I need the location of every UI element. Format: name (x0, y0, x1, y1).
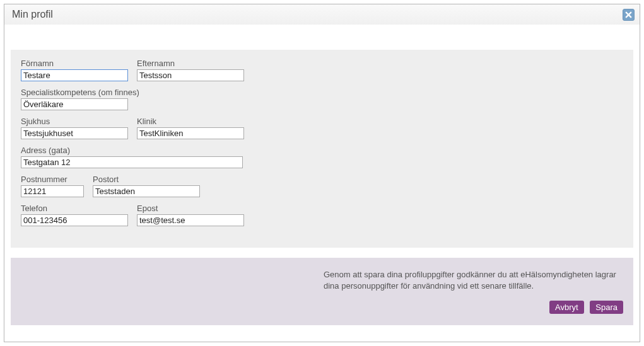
postnr-field: Postnummer (21, 175, 84, 197)
save-button[interactable]: Spara (590, 301, 623, 314)
postort-label: Postort (93, 175, 200, 184)
profile-dialog: Min profil Förnamn Efternamn (4, 4, 640, 342)
top-bar (11, 31, 633, 45)
specialist-field: Specialistkompetens (om finnes) (21, 88, 139, 110)
klinik-label: Klinik (137, 117, 244, 126)
consent-text: Genom att spara dina profiluppgifter god… (324, 269, 623, 292)
postort-input[interactable] (93, 185, 200, 197)
postnr-label: Postnummer (21, 175, 84, 184)
epost-input[interactable] (137, 214, 244, 226)
close-button[interactable] (623, 9, 635, 21)
close-icon (625, 11, 632, 18)
fornamn-label: Förnamn (21, 59, 128, 68)
dialog-title: Min profil (12, 9, 53, 20)
form-area: Förnamn Efternamn Specialistkompetens (o… (11, 50, 633, 248)
epost-field: Epost (137, 204, 244, 226)
telefon-input[interactable] (21, 214, 128, 226)
efternamn-input[interactable] (137, 69, 244, 81)
sjukhus-label: Sjukhus (21, 117, 128, 126)
postnr-input[interactable] (21, 185, 84, 197)
sjukhus-field: Sjukhus (21, 117, 128, 139)
telefon-field: Telefon (21, 204, 128, 226)
klinik-input[interactable] (137, 127, 244, 139)
telefon-label: Telefon (21, 204, 128, 213)
postort-field: Postort (93, 175, 200, 197)
button-row: Avbryt Spara (21, 301, 623, 314)
adress-field: Adress (gata) (21, 146, 243, 168)
dialog-header: Min profil (4, 4, 640, 25)
efternamn-field: Efternamn (137, 59, 244, 81)
cancel-button[interactable]: Avbryt (549, 301, 584, 314)
sjukhus-input[interactable] (21, 127, 128, 139)
klinik-field: Klinik (137, 117, 244, 139)
fornamn-field: Förnamn (21, 59, 128, 81)
fornamn-input[interactable] (21, 69, 128, 81)
epost-label: Epost (137, 204, 244, 213)
specialist-input[interactable] (21, 98, 128, 110)
adress-input[interactable] (21, 156, 243, 168)
specialist-label: Specialistkompetens (om finnes) (21, 88, 139, 97)
efternamn-label: Efternamn (137, 59, 244, 68)
dialog-body: Förnamn Efternamn Specialistkompetens (o… (4, 25, 640, 342)
footer-area: Genom att spara dina profiluppgifter god… (11, 258, 633, 325)
adress-label: Adress (gata) (21, 146, 243, 155)
